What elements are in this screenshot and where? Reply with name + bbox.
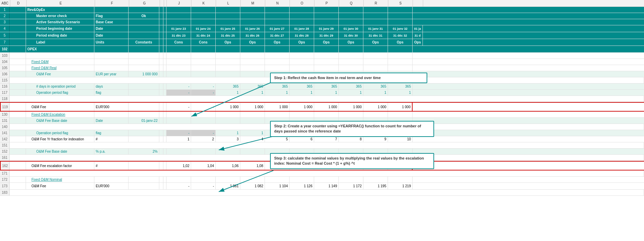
cell-3-g <box>129 19 159 25</box>
row-num-5: 5 <box>0 32 10 39</box>
row-119: 119 O&M Fee EUR'000 - - 1 000 1 000 1 00… <box>0 102 644 112</box>
cell-102-i <box>163 46 166 52</box>
cell-2-n <box>265 13 290 19</box>
cell-152-j <box>166 149 191 154</box>
cell-5-p: 31 déc 29 <box>314 32 339 39</box>
cell-173-f: EUR'000 <box>94 183 129 189</box>
cell-7-n: Ops <box>265 39 290 46</box>
cell-172-k <box>191 177 216 182</box>
row-num-115: 115 <box>0 77 10 83</box>
cell-172-h <box>159 177 163 182</box>
cell-117-o: 1 <box>290 90 314 96</box>
cell-5-k: 31 déc 24 <box>191 32 216 39</box>
cell-141-k: - <box>191 130 216 136</box>
row-num-183: 183 <box>0 190 10 195</box>
cell-106-h <box>159 71 163 77</box>
cell-4-i <box>163 25 166 32</box>
cell-116-l: 365 <box>216 84 240 89</box>
cell-116-n: 365 <box>265 84 290 89</box>
cell-162-g <box>129 162 159 170</box>
cell-1-m <box>240 7 265 13</box>
col-p: P <box>314 0 339 7</box>
cell-7-h <box>159 39 163 46</box>
cell-162-j: 1,02 <box>166 162 191 170</box>
cell-130-n <box>265 112 290 117</box>
cell-172-m <box>240 177 265 182</box>
cell-151-rest <box>10 142 644 148</box>
cell-4-extra: 01 ja <box>413 25 423 32</box>
cell-5-r: 31 déc 31 <box>363 32 388 39</box>
cell-7-d <box>10 39 26 46</box>
cell-117-f: flag <box>94 90 129 96</box>
cell-152-f: % p.a. <box>94 149 129 154</box>
row-num-102: 102 <box>0 46 10 52</box>
cell-172-d <box>10 177 26 182</box>
cell-142-k: 2 <box>191 136 216 142</box>
callout-step3-text: Step 3: calculate the nominal values by … <box>274 156 424 165</box>
cell-1-p <box>314 7 339 13</box>
cell-152-h <box>159 149 163 154</box>
cell-105-q <box>339 65 363 71</box>
row-104: 104 Fixed O&M <box>0 59 644 65</box>
cell-4-l: 01 janv 25 <box>216 25 240 32</box>
cell-7-f: Units <box>94 39 129 46</box>
cell-119-m: 1 000 <box>240 103 265 111</box>
cell-117-j: - <box>166 90 191 96</box>
cell-3-s <box>388 19 413 25</box>
cell-7-j: Cons <box>166 39 191 46</box>
cell-130-o <box>290 112 314 117</box>
cell-5-extra: 31 d <box>413 32 423 39</box>
row-1: 1 Rev&OpEx <box>0 7 644 13</box>
cell-2-o <box>290 13 314 19</box>
cell-3-r <box>363 19 388 25</box>
cell-4-h <box>159 25 163 32</box>
cell-173-j: - <box>166 183 191 189</box>
cell-172-i <box>163 177 166 182</box>
cell-7-k: Cons <box>191 39 216 46</box>
cell-4-q: 01 janv 30 <box>339 25 363 32</box>
cell-4-f: Date <box>94 25 129 32</box>
row-105: 105 Fixed O&M Real <box>0 65 644 71</box>
cell-162-e: O&M Fee escalation factor <box>26 162 94 170</box>
row-num-162: 162 <box>0 162 10 170</box>
cell-119-i <box>163 103 166 111</box>
cell-5-d <box>10 32 26 39</box>
cell-104-r <box>363 59 388 65</box>
row-130: 130 Fixed O&M Escalation <box>0 112 644 118</box>
col-l: L <box>216 0 241 7</box>
cell-4-o: 01 janv 28 <box>290 25 314 32</box>
row-num-131: 131 <box>0 118 10 124</box>
cell-130-h <box>159 112 163 117</box>
cell-102-f <box>94 46 129 52</box>
cell-7-q: Ops <box>339 39 363 46</box>
cell-1-d <box>10 7 26 13</box>
cell-104-q <box>339 59 363 65</box>
row-num-141: 141 <box>0 130 10 136</box>
cell-116-k: - <box>191 84 216 89</box>
cell-142-q: 8 <box>339 136 363 142</box>
cell-173-i <box>163 183 166 189</box>
cell-4-k: 01 janv 24 <box>191 25 216 32</box>
row-172: 172 Fixed O&M Nominal <box>0 177 644 183</box>
cell-105-m <box>240 65 265 71</box>
cell-103-g <box>129 53 159 59</box>
row-151: 151 <box>0 142 644 149</box>
cell-173-n: 1 104 <box>265 183 290 189</box>
cell-116-g <box>129 84 159 89</box>
row-num-130: 130 <box>0 112 10 117</box>
cell-105-g <box>129 65 159 71</box>
cell-1-j <box>166 7 191 13</box>
cell-116-h <box>159 84 163 89</box>
cell-117-e: Operation period flag <box>26 90 94 96</box>
cell-7-extra: Ops <box>413 39 423 46</box>
cell-130-i <box>163 112 166 117</box>
cell-103-r <box>363 53 388 59</box>
cell-173-o: 1 126 <box>290 183 314 189</box>
cell-4-d <box>10 25 26 32</box>
col-k: K <box>191 0 216 7</box>
row-116: 116 # days in operation period days - - … <box>0 84 644 90</box>
cell-5-f: Date <box>94 32 129 39</box>
row-117: 117 Operation period flag flag - - 1 1 1… <box>0 90 644 96</box>
cell-104-h <box>159 59 163 65</box>
cell-5-q: 31 déc 30 <box>339 32 363 39</box>
